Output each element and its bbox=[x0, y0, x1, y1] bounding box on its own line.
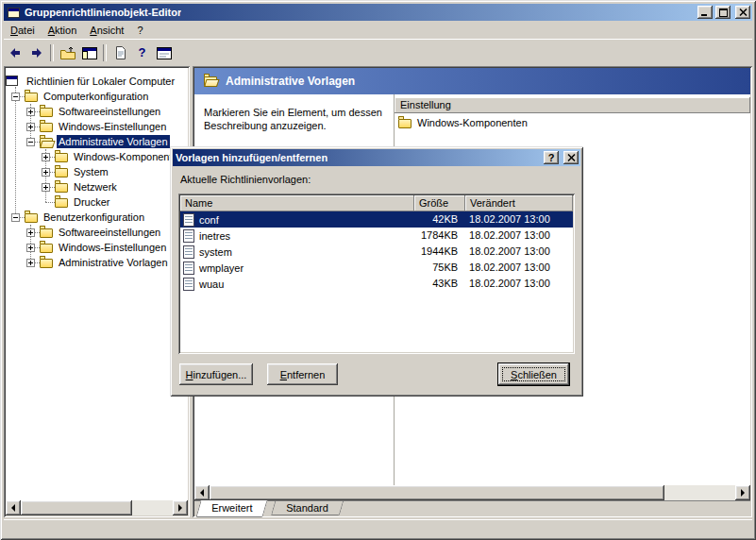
tree-expand-icon[interactable] bbox=[26, 123, 35, 131]
folder-icon bbox=[55, 179, 70, 194]
template-file-icon bbox=[183, 229, 194, 243]
template-row-wmplayer[interactable]: wmplayer 75KB 18.02.2007 13:00 bbox=[180, 260, 573, 276]
menu-bar: Datei Aktion Ansicht ? bbox=[4, 21, 752, 39]
tree-expand-icon[interactable] bbox=[26, 228, 35, 237]
title-bar[interactable]: Gruppenrichtlinienobjekt-Editor bbox=[4, 4, 752, 21]
tree-scroll-left-button[interactable] bbox=[6, 500, 21, 515]
selection-hint-text: Markieren Sie ein Element, um dessen Bes… bbox=[204, 106, 387, 132]
view-tabs: Erweitert Standard bbox=[194, 500, 750, 515]
template-file-icon bbox=[183, 213, 194, 227]
menu-datei[interactable]: Datei bbox=[4, 23, 42, 38]
close-button[interactable] bbox=[735, 6, 750, 19]
folder-icon bbox=[55, 164, 70, 178]
new-window-button[interactable] bbox=[153, 42, 175, 63]
details-header-title: Administrative Vorlagen bbox=[226, 75, 355, 88]
dialog-title-bar[interactable]: Vorlagen hinzufügen/entfernen ? bbox=[173, 149, 580, 166]
tab-erweitert[interactable]: Erweitert bbox=[195, 500, 268, 517]
column-header-groesse[interactable]: Größe bbox=[414, 195, 465, 211]
settings-item-label: Windows-Komponenten bbox=[417, 115, 528, 131]
folder-icon bbox=[55, 194, 70, 209]
back-icon bbox=[8, 47, 22, 59]
tree-scroll-right-button[interactable] bbox=[173, 500, 188, 515]
tree-expand-icon[interactable] bbox=[42, 153, 50, 161]
tree-item-benutzerkonfiguration[interactable]: Benutzerkonfiguration bbox=[6, 210, 188, 225]
template-file-icon bbox=[183, 262, 194, 275]
details-header-band: Administrative Vorlagen bbox=[194, 68, 750, 94]
details-scroll-thumb[interactable] bbox=[210, 485, 664, 500]
maximize-button[interactable] bbox=[715, 6, 731, 19]
details-horizontal-scrollbar[interactable] bbox=[194, 485, 750, 500]
tree-item-computerkonfiguration[interactable]: Computerkonfiguration bbox=[6, 89, 188, 104]
template-row-wuau[interactable]: wuau 43KB 18.02.2007 13:00 bbox=[180, 276, 573, 292]
tree-scroll-thumb[interactable] bbox=[21, 500, 132, 515]
template-row-system[interactable]: system 1944KB 18.02.2007 13:00 bbox=[180, 244, 573, 260]
tree-item-netzwerk[interactable]: Netzwerk bbox=[6, 179, 188, 194]
arrow-right-icon bbox=[178, 504, 182, 512]
help-icon: ? bbox=[139, 48, 146, 58]
tree-item-windows-komponenten[interactable]: Windows-Komponenten bbox=[6, 149, 188, 164]
open-folder-icon bbox=[204, 76, 217, 86]
remove-button[interactable]: Entfernen bbox=[267, 363, 338, 385]
folder-icon bbox=[25, 210, 40, 224]
up-one-level-button[interactable] bbox=[57, 42, 78, 63]
tree-horizontal-scrollbar[interactable] bbox=[6, 500, 188, 515]
tree-item-system[interactable]: System bbox=[6, 164, 188, 179]
details-scroll-right-button[interactable] bbox=[735, 485, 750, 500]
tree-collapse-icon[interactable] bbox=[11, 213, 20, 222]
column-header-veraendert[interactable]: Verändert bbox=[465, 195, 573, 211]
tree-item-root[interactable]: Richtlinien für Lokaler Computer bbox=[6, 74, 188, 89]
close-icon bbox=[739, 8, 748, 16]
tree-expand-icon[interactable] bbox=[42, 183, 50, 192]
template-row-conf[interactable]: conf 42KB 18.02.2007 13:00 bbox=[180, 211, 573, 228]
close-icon bbox=[567, 154, 576, 161]
new-window-icon bbox=[157, 47, 172, 59]
dialog-close-button[interactable] bbox=[563, 151, 579, 164]
toolbar-separator bbox=[103, 44, 107, 61]
tree-expand-icon[interactable] bbox=[26, 244, 35, 252]
dialog-title: Vorlagen hinzufügen/entfernen bbox=[175, 152, 328, 163]
details-scroll-left-button[interactable] bbox=[194, 485, 210, 500]
tree-item-drucker[interactable]: Drucker bbox=[6, 194, 188, 210]
tree-item-windows-einstellungen-computer[interactable]: Windows-Einstellungen bbox=[6, 119, 188, 134]
minimize-button[interactable] bbox=[697, 6, 713, 19]
tree-item-softwareeinstellungen-computer[interactable]: Softwareeinstellungen bbox=[6, 104, 188, 119]
add-button[interactable]: Hinzufügen... bbox=[179, 363, 253, 385]
tab-standard[interactable]: Standard bbox=[271, 501, 344, 515]
template-file-icon bbox=[183, 245, 194, 259]
console-tree-pane: Richtlinien für Lokaler Computer Compute… bbox=[4, 66, 190, 517]
menu-ansicht[interactable]: Ansicht bbox=[83, 23, 130, 38]
tree-expand-icon[interactable] bbox=[26, 259, 35, 267]
folder-icon bbox=[40, 255, 55, 269]
open-folder-icon bbox=[40, 134, 55, 148]
menu-hilfe[interactable]: ? bbox=[130, 23, 149, 38]
listbox-column-headers: Name Größe Verändert bbox=[180, 195, 573, 211]
folder-icon bbox=[40, 104, 55, 118]
toolbar-separator bbox=[50, 44, 54, 61]
tree-item-softwareeinstellungen-benutzer[interactable]: Softwareeinstellungen bbox=[6, 225, 188, 240]
properties-button[interactable] bbox=[109, 42, 131, 63]
tree-item-administrative-vorlagen-benutzer[interactable]: Administrative Vorlagen bbox=[6, 255, 188, 270]
properties-icon bbox=[115, 46, 126, 59]
folder-icon bbox=[25, 89, 40, 103]
close-dialog-button[interactable]: Schließen bbox=[498, 363, 569, 385]
show-console-tree-button[interactable] bbox=[78, 42, 100, 63]
arrow-left-icon bbox=[200, 489, 204, 497]
tree-collapse-icon[interactable] bbox=[11, 93, 20, 101]
template-row-inetres[interactable]: inetres 1784KB 18.02.2007 13:00 bbox=[180, 228, 573, 244]
dialog-help-button[interactable]: ? bbox=[544, 151, 559, 164]
settings-item-windows-komponenten[interactable]: Windows-Komponenten bbox=[395, 115, 750, 131]
up-folder-icon bbox=[59, 46, 76, 60]
menu-aktion[interactable]: Aktion bbox=[42, 23, 84, 38]
tree-collapse-icon[interactable] bbox=[26, 138, 35, 146]
column-header-name[interactable]: Name bbox=[180, 195, 414, 211]
tree-expand-icon[interactable] bbox=[42, 168, 50, 177]
forward-icon bbox=[30, 47, 43, 59]
back-button[interactable] bbox=[4, 42, 25, 63]
tree-item-windows-einstellungen-benutzer[interactable]: Windows-Einstellungen bbox=[6, 240, 188, 255]
settings-column-header[interactable]: Einstellung bbox=[395, 97, 750, 113]
tree-expand-icon[interactable] bbox=[26, 108, 35, 116]
help-button[interactable]: ? bbox=[131, 42, 153, 63]
tree-item-administrative-vorlagen-computer[interactable]: Administrative Vorlagen bbox=[6, 134, 188, 149]
console-root-icon bbox=[6, 76, 18, 86]
forward-button[interactable] bbox=[25, 42, 47, 63]
